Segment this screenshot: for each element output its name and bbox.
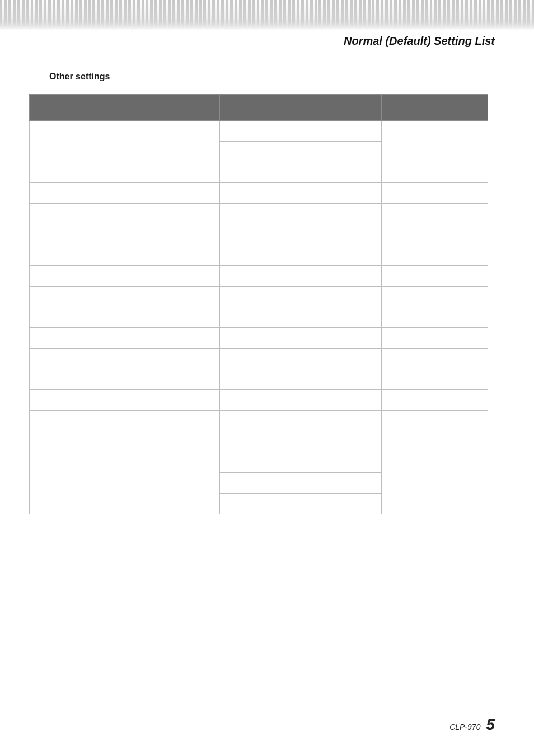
cell-name (30, 349, 220, 369)
table-row (30, 266, 488, 287)
cell-name (30, 307, 220, 328)
table-row (30, 204, 488, 224)
table-row (30, 287, 488, 307)
cell-default (219, 245, 382, 266)
cell-backup (382, 307, 488, 328)
cell-backup (382, 245, 488, 266)
table-row (30, 307, 488, 328)
cell-backup (382, 411, 488, 431)
cell-name (30, 287, 220, 307)
cell-name (30, 162, 220, 183)
cell-default (219, 473, 382, 494)
cell-name (30, 266, 220, 287)
table-body (30, 121, 488, 514)
cell-name (30, 369, 220, 390)
cell-name (30, 328, 220, 349)
footer-model: CLP-970 (449, 722, 480, 731)
table-row (30, 183, 488, 204)
cell-default (219, 162, 382, 183)
cell-name (30, 411, 220, 431)
cell-default (219, 452, 382, 473)
settings-table (29, 94, 488, 514)
cell-default (219, 390, 382, 411)
cell-default (219, 369, 382, 390)
cell-backup (382, 328, 488, 349)
top-decoration-bars (0, 0, 534, 30)
col-header-default (219, 95, 382, 121)
cell-name (30, 121, 220, 162)
cell-backup (382, 390, 488, 411)
cell-backup (382, 121, 488, 162)
cell-name (30, 204, 220, 245)
table-row (30, 121, 488, 142)
table-row (30, 369, 488, 390)
cell-default (219, 349, 382, 369)
cell-backup (382, 266, 488, 287)
top-decoration-stripe (0, 0, 534, 30)
table-row (30, 390, 488, 411)
cell-backup (382, 204, 488, 245)
cell-name (30, 431, 220, 514)
cell-default (219, 142, 382, 162)
table-row (30, 431, 488, 452)
section-title: Other settings (49, 72, 110, 82)
cell-backup (382, 369, 488, 390)
page-title: Normal (Default) Setting List (344, 35, 495, 48)
table-row (30, 328, 488, 349)
table-row (30, 349, 488, 369)
col-header-name (30, 95, 220, 121)
col-header-backup (382, 95, 488, 121)
cell-default (219, 266, 382, 287)
cell-backup (382, 431, 488, 514)
cell-default (219, 307, 382, 328)
cell-name (30, 245, 220, 266)
cell-default (219, 204, 382, 224)
cell-default (219, 121, 382, 142)
table-row (30, 245, 488, 266)
cell-default (219, 431, 382, 452)
cell-name (30, 183, 220, 204)
cell-default (219, 411, 382, 431)
cell-default (219, 328, 382, 349)
cell-backup (382, 349, 488, 369)
cell-default (219, 183, 382, 204)
footer-page-number: 5 (486, 716, 495, 734)
page-footer: CLP-970 5 (449, 716, 495, 734)
cell-backup (382, 183, 488, 204)
cell-default (219, 494, 382, 514)
table-row (30, 162, 488, 183)
table-row (30, 411, 488, 431)
cell-default (219, 224, 382, 245)
cell-default (219, 287, 382, 307)
cell-backup (382, 162, 488, 183)
cell-backup (382, 287, 488, 307)
table-header (30, 95, 488, 121)
cell-name (30, 390, 220, 411)
